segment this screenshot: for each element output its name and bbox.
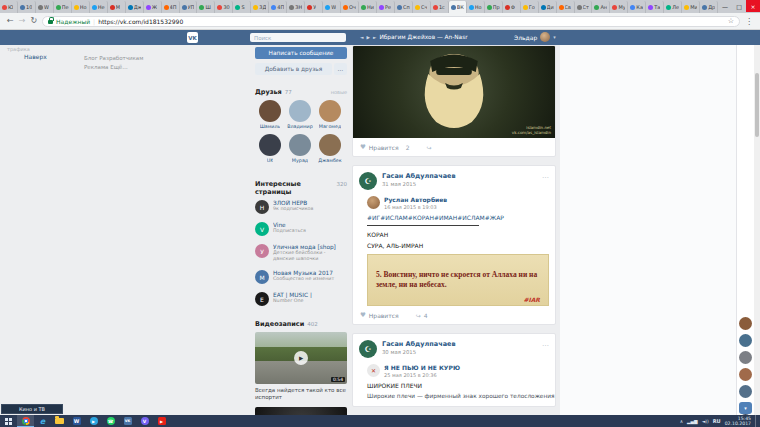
back-to-top-link[interactable]: Наверх bbox=[24, 53, 47, 60]
post-menu-icon[interactable]: … bbox=[542, 172, 549, 190]
video-caption[interactable]: Всегда найдется такой кто все испортит bbox=[255, 387, 347, 401]
friend-item[interactable]: Джамбек bbox=[315, 134, 345, 163]
page-item[interactable]: М Новая Музыка 2017 Сообщество не измени… bbox=[255, 270, 347, 284]
post-image-beard-art[interactable]: islamdin.net vk.com/as_islamdin bbox=[353, 46, 555, 138]
browser-tab[interactable]: ЗН bbox=[287, 1, 305, 13]
browser-tab[interactable]: ВК bbox=[449, 1, 467, 13]
page-item[interactable]: E EAT | MUSIC | Number One bbox=[255, 292, 347, 306]
browser-tab[interactable]: Ан bbox=[592, 1, 610, 13]
browser-tab[interactable]: W bbox=[323, 1, 341, 13]
video-thumbnail[interactable]: ▶ 0:54 bbox=[255, 332, 347, 384]
post-menu-icon[interactable]: … bbox=[542, 340, 549, 358]
video-thumbnail-2[interactable]: ▶ bbox=[255, 407, 347, 415]
play-icon[interactable]: ▶ bbox=[366, 35, 369, 40]
browser-tab[interactable]: Пе bbox=[54, 1, 72, 13]
browser-tab[interactable]: Не bbox=[90, 1, 108, 13]
page-item[interactable]: У Уличная мода [shop] Детские бейсболки … bbox=[255, 244, 347, 262]
post-author-avatar[interactable]: ☪ bbox=[359, 340, 377, 358]
post-author-name[interactable]: Гасан Абдулпачаев bbox=[382, 340, 456, 348]
more-actions-button[interactable]: … bbox=[334, 63, 347, 75]
taskbar-whatsapp[interactable]: ☎ bbox=[102, 415, 119, 427]
chat-avatar[interactable] bbox=[739, 351, 752, 364]
share-icon[interactable]: ↪ bbox=[416, 312, 421, 319]
repost-author-name[interactable]: Руслан Авторбиев bbox=[384, 196, 447, 203]
browser-tab[interactable]: Дж bbox=[126, 1, 144, 13]
browser-tab[interactable]: Ка bbox=[628, 1, 646, 13]
taskbar-word[interactable]: W bbox=[68, 415, 85, 427]
close-button[interactable]: × bbox=[746, 0, 760, 12]
browser-tab[interactable]: Др bbox=[700, 1, 718, 13]
browser-tab[interactable]: Но bbox=[467, 1, 485, 13]
browser-tab[interactable]: Ле bbox=[664, 1, 682, 13]
show-desktop-button[interactable] bbox=[755, 415, 759, 427]
chat-avatar[interactable] bbox=[739, 317, 752, 330]
current-track-label[interactable]: Ибрагим Джейхов — An-Nasr bbox=[379, 34, 467, 40]
browser-tab[interactable]: Ст bbox=[575, 1, 593, 13]
prev-track-icon[interactable]: ◄ bbox=[360, 35, 363, 40]
browser-tab[interactable]: Сч bbox=[413, 1, 431, 13]
forward-button[interactable]: → bbox=[19, 17, 26, 25]
browser-tab[interactable]: 10 bbox=[18, 1, 36, 13]
friend-item[interactable]: UK bbox=[255, 134, 285, 163]
share-icon[interactable]: ↪ bbox=[427, 144, 432, 151]
post-author-avatar[interactable]: ☪ bbox=[359, 172, 377, 190]
browser-tab[interactable]: Св bbox=[557, 1, 575, 13]
page-item[interactable]: V Vine Подписаться bbox=[255, 222, 347, 236]
taskbar-clock[interactable]: 15:45 02.10.2017 bbox=[725, 416, 751, 426]
vk-logo[interactable]: VK bbox=[187, 32, 198, 43]
browser-tab[interactable]: Пр bbox=[485, 1, 503, 13]
start-button[interactable] bbox=[0, 415, 17, 427]
language-indicator[interactable]: RU bbox=[713, 418, 721, 424]
footer-link-row[interactable]: Блог Разработчикам bbox=[84, 54, 143, 63]
bookmark-star-icon[interactable]: ☆ bbox=[728, 17, 734, 25]
scrollbar-thumb[interactable] bbox=[755, 73, 759, 137]
like-heart-icon[interactable]: ♥ bbox=[360, 311, 366, 319]
like-label[interactable]: Нравится bbox=[369, 144, 399, 151]
vk-user-menu[interactable]: Эльдар ▾ bbox=[514, 32, 556, 42]
friends-section-header[interactable]: Друзья 77 новые bbox=[255, 88, 347, 96]
next-track-icon[interactable]: ► bbox=[373, 35, 376, 40]
minimize-button[interactable]: — bbox=[718, 0, 732, 12]
volume-icon[interactable]: ◄)) bbox=[702, 419, 709, 424]
taskbar-youtube[interactable]: ▶ bbox=[153, 415, 170, 427]
browser-tab[interactable]: М bbox=[108, 1, 126, 13]
browser-tab[interactable]: 30 bbox=[215, 1, 233, 13]
like-label[interactable]: Нравится bbox=[369, 312, 399, 319]
browser-tab[interactable]: W bbox=[36, 1, 54, 13]
taskbar-chrome[interactable] bbox=[17, 415, 34, 427]
tray-expand-icon[interactable]: ∧ bbox=[680, 419, 683, 424]
post-hashtags[interactable]: #ИГ#ИСЛАМ#КОРАН#ИМАН#ИСЛАМ#ЖАР bbox=[353, 210, 555, 221]
browser-tab[interactable]: Ф bbox=[503, 1, 521, 13]
repost-author-avatar[interactable] bbox=[367, 196, 380, 209]
taskbar-vk[interactable]: VK bbox=[119, 415, 136, 427]
browser-tab[interactable]: Ю bbox=[0, 1, 18, 13]
browser-tab[interactable]: Но bbox=[72, 1, 90, 13]
taskbar-viber[interactable]: V bbox=[136, 415, 153, 427]
chat-toggle-button[interactable]: ▾ bbox=[739, 402, 752, 414]
browser-menu-icon[interactable]: ⋮ bbox=[745, 17, 753, 26]
browser-tab[interactable]: У bbox=[305, 1, 323, 13]
back-button[interactable]: ← bbox=[7, 17, 14, 25]
browser-tab[interactable]: 4П bbox=[162, 1, 180, 13]
post-date[interactable]: 30 мая 2015 bbox=[382, 349, 456, 355]
friend-item[interactable]: Мурад bbox=[285, 134, 315, 163]
browser-tab[interactable]: Ни bbox=[359, 1, 377, 13]
browser-tab[interactable]: 4П bbox=[269, 1, 287, 13]
chat-avatar[interactable] bbox=[739, 334, 752, 347]
taskbar-edge[interactable]: e bbox=[34, 415, 51, 427]
browser-tab[interactable]: 3Д bbox=[251, 1, 269, 13]
browser-tab[interactable]: Ре bbox=[377, 1, 395, 13]
browser-tab[interactable]: S bbox=[233, 1, 251, 13]
vk-search-input[interactable] bbox=[250, 33, 346, 42]
post-author-name[interactable]: Гасан Абдулпачаев bbox=[382, 172, 456, 180]
browser-tab[interactable]: Ж bbox=[144, 1, 162, 13]
friend-item[interactable]: Владимир bbox=[285, 100, 315, 129]
repost-author-name[interactable]: Я НЕ ПЬЮ И НЕ КУРЮ bbox=[384, 364, 460, 371]
browser-tab[interactable]: Ш bbox=[197, 1, 215, 13]
browser-tab[interactable]: Та bbox=[646, 1, 664, 13]
browser-tab[interactable]: Го bbox=[521, 1, 539, 13]
videos-section-header[interactable]: Видеозаписи 402 bbox=[255, 320, 347, 328]
browser-tab[interactable]: Сп bbox=[395, 1, 413, 13]
footer-link-row[interactable]: Реклама Ещё… bbox=[84, 63, 143, 72]
scrollbar[interactable] bbox=[754, 45, 760, 415]
